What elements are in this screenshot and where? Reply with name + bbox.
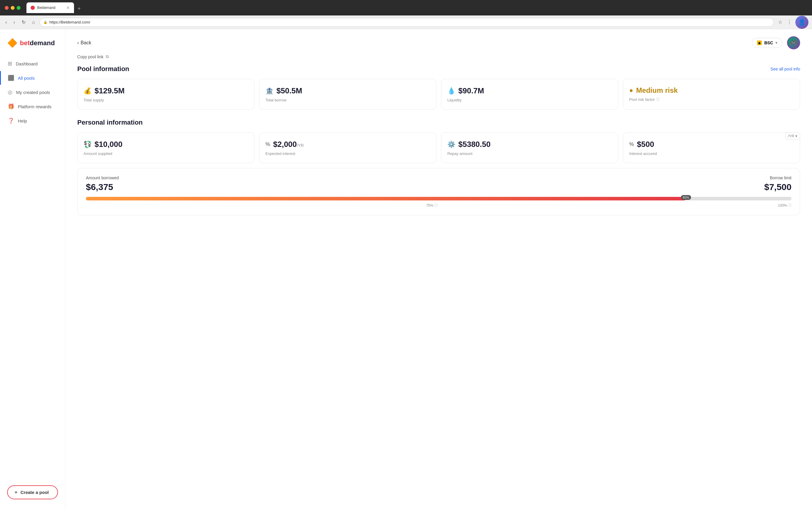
marker-75: 75% ⓘ — [426, 203, 438, 208]
repay-amount-label: Repay amount — [447, 151, 612, 156]
url-text: https://Betdemand.com/ — [49, 20, 90, 24]
marker-100: 100% ⓘ — [778, 203, 791, 208]
home-button[interactable]: ⌂ — [30, 19, 37, 26]
repay-amount-card: ⚙️ $5380.50 Repay amount — [441, 132, 618, 163]
interest-icon: % — [265, 141, 270, 147]
risk-icon: ● — [629, 87, 633, 94]
refresh-button[interactable]: ↻ — [20, 18, 27, 26]
borrow-limit-value: $7,500 — [764, 182, 791, 192]
accrued-icon: % — [629, 141, 634, 147]
progress-badge: 85% — [681, 195, 691, 200]
borrow-card: Amount borrowed $6,375 Borrow limit $7,5… — [77, 168, 800, 215]
personal-info-title: Personal information — [77, 119, 143, 126]
yr-selector-label: /YR ▾ — [788, 134, 798, 138]
pool-information-section: Pool information See all pool info 💰 $12… — [65, 65, 812, 119]
borrow-icon: 🏦 — [265, 87, 273, 95]
tab-close-button[interactable]: ✕ — [66, 5, 70, 10]
sidebar-item-label: My created pools — [16, 90, 50, 95]
card-icon-value: 💧 $90.7M — [447, 86, 612, 95]
browser-dots — [5, 6, 21, 10]
amount-supplied-card: 💱 $10,000 Amount supplied — [77, 132, 254, 163]
tab-favicon — [31, 6, 35, 10]
address-bar[interactable]: 🔒 https://Betdemand.com/ — [39, 18, 774, 27]
card-icon-value: % $500 — [629, 140, 794, 149]
expected-interest-value: $2,000/YR — [273, 140, 304, 149]
toolbar-actions: ☆ ⋮ 👤 — [777, 16, 808, 29]
sidebar-item-dashboard[interactable]: ⊞ Dashboard — [4, 57, 62, 70]
back-button[interactable]: ‹ Back — [77, 40, 91, 46]
yr-selector[interactable]: /YR ▾ — [785, 132, 800, 140]
active-tab[interactable]: Betdemand ✕ — [26, 2, 74, 13]
progress-markers: 75% ⓘ 100% ⓘ — [86, 203, 791, 208]
sidebar-item-platform-rewards[interactable]: 🎁 Platform rewards — [4, 100, 62, 113]
sidebar-item-all-pools[interactable]: ⬛ All pools — [0, 71, 62, 85]
sidebar-bottom: ＋ Create a pool — [0, 481, 65, 504]
network-selector[interactable]: ◆ BSC ▾ — [752, 38, 782, 48]
borrow-header: Amount borrowed $6,375 Borrow limit $7,5… — [86, 175, 791, 192]
browser-toolbar: ‹ › ↻ ⌂ 🔒 https://Betdemand.com/ ☆ ⋮ 👤 — [0, 16, 812, 29]
interest-accrued-label: Interest accured — [629, 151, 794, 156]
card-icon-value: 💰 $129.5M — [84, 86, 248, 95]
bookmark-button[interactable]: ☆ — [777, 18, 783, 26]
sidebar-item-label: Dashboard — [16, 61, 37, 66]
chevron-down-icon: ▾ — [776, 41, 777, 45]
borrow-limit-label: Borrow limit — [764, 175, 791, 180]
sidebar-item-help[interactable]: ❓ Help — [4, 114, 62, 128]
risk-value: Medium risk — [636, 86, 678, 94]
progress-fill: 85% — [86, 197, 686, 200]
logo-text: betdemand — [20, 39, 55, 47]
copy-icon: ⧉ — [106, 54, 109, 59]
my-pools-icon: ◎ — [8, 89, 12, 95]
rewards-icon: 🎁 — [8, 103, 14, 110]
back-nav-button[interactable]: ‹ — [4, 19, 9, 26]
amount-supplied-value: $10,000 — [94, 140, 122, 149]
repay-icon: ⚙️ — [447, 141, 455, 148]
pool-info-title: Pool information — [77, 65, 129, 73]
sidebar-item-my-created-pools[interactable]: ◎ My created pools — [4, 85, 62, 99]
repay-amount-value: $5380.50 — [458, 140, 490, 149]
sidebar: 🔶 betdemand ⊞ Dashboard ⬛ All pools ◎ My… — [0, 29, 65, 510]
expected-interest-label: Expected interest — [265, 151, 430, 156]
create-pool-button[interactable]: ＋ Create a pool — [7, 485, 58, 499]
copy-pool-link[interactable]: Copy pool link ⧉ — [65, 54, 812, 65]
browser-avatar[interactable]: 👤 — [795, 16, 808, 29]
create-pool-label: Create a pool — [21, 490, 49, 495]
personal-information-section: Personal information /YR ▾ 💱 $10,000 Amo… — [65, 119, 812, 224]
pool-info-header: Pool information See all pool info — [77, 65, 800, 73]
sidebar-item-label: All pools — [18, 76, 35, 81]
amount-supplied-label: Amount supplied — [84, 151, 248, 156]
close-dot[interactable] — [5, 6, 9, 10]
header-right: ◆ BSC ▾ 🎮 — [752, 36, 800, 49]
total-supply-value: $129.5M — [94, 86, 124, 95]
forward-nav-button[interactable]: › — [11, 19, 17, 26]
progress-track: 85% — [86, 197, 791, 200]
marker-75-info-icon: ⓘ — [434, 203, 438, 208]
sidebar-logo: 🔶 betdemand — [0, 35, 65, 57]
dashboard-icon: ⊞ — [8, 60, 12, 67]
minimize-dot[interactable] — [11, 6, 14, 10]
app-container: 🔶 betdemand ⊞ Dashboard ⬛ All pools ◎ My… — [0, 29, 812, 510]
total-supply-label: Total supply — [84, 98, 248, 102]
bsc-icon: ◆ — [757, 40, 762, 45]
total-supply-card: 💰 $129.5M Total supply — [77, 79, 254, 110]
card-icon-value: 🏦 $50.5M — [265, 86, 430, 95]
liquidity-card: 💧 $90.7M Liquidity — [441, 79, 618, 110]
menu-button[interactable]: ⋮ — [786, 18, 793, 26]
help-icon: ❓ — [8, 117, 14, 124]
back-chevron-icon: ‹ — [77, 40, 79, 46]
sidebar-item-label: Help — [18, 118, 27, 123]
maximize-dot[interactable] — [17, 6, 21, 10]
supplied-icon: 💱 — [84, 141, 92, 148]
see-all-pool-info-link[interactable]: See all pool info — [771, 66, 800, 72]
tab-label: Betdemand — [37, 6, 55, 10]
risk-label: Pool risk factor ⓘ — [629, 97, 794, 102]
interest-accrued-value: $500 — [637, 140, 654, 149]
user-avatar[interactable]: 🎮 — [787, 36, 800, 49]
interest-accrued-card: % $500 Interest accured — [623, 132, 800, 163]
personal-cards-container: /YR ▾ 💱 $10,000 Amount supplied — [77, 132, 800, 163]
personal-info-header: Personal information — [77, 119, 800, 126]
new-tab-button[interactable]: + — [75, 4, 83, 13]
logo-icon: 🔶 — [7, 38, 18, 48]
browser-tabs: Betdemand ✕ + — [26, 2, 807, 13]
card-icon-value: ● Medium risk — [629, 86, 794, 94]
